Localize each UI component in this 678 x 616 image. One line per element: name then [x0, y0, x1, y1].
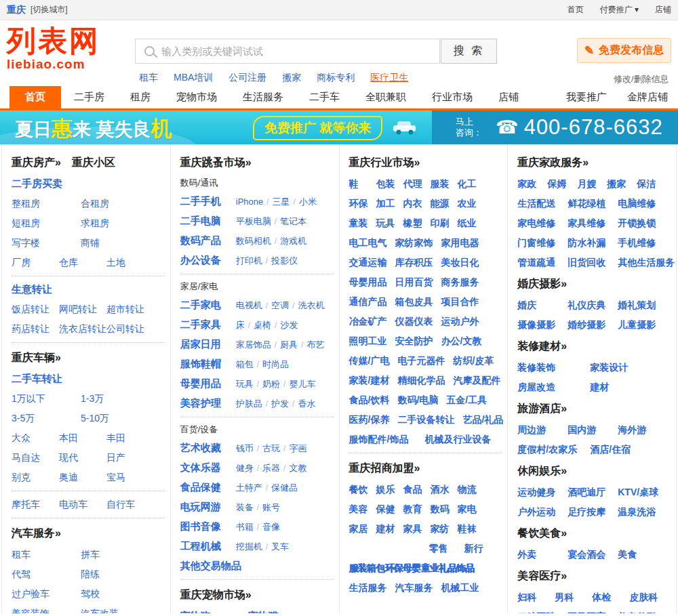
category-link[interactable]: 服装箱包: [349, 562, 384, 575]
category-link[interactable]: 洗衣店转让: [59, 323, 106, 335]
category-link[interactable]: 奥迪: [59, 472, 106, 484]
category-link[interactable]: 驾校: [81, 588, 150, 600]
category-link[interactable]: 汽车改装: [81, 608, 150, 614]
category-link[interactable]: 电工电气: [349, 237, 387, 249]
category-link[interactable]: 现代: [59, 452, 106, 464]
category-link[interactable]: 保姆: [547, 178, 567, 190]
category-link[interactable]: 建材: [376, 523, 395, 535]
section-header-link[interactable]: 休闲娱乐»: [517, 464, 567, 478]
category-link[interactable]: 宝马: [106, 472, 154, 484]
category-link[interactable]: 家电维修: [517, 218, 558, 230]
hot-link[interactable]: 搬家: [282, 72, 301, 84]
category-link[interactable]: 温泉洗浴: [618, 506, 658, 518]
category-link[interactable]: 家用电器: [441, 237, 479, 249]
lead-category-link[interactable]: 居家日用: [180, 338, 229, 351]
nav-item-行业市场[interactable]: 行业市场: [419, 86, 485, 108]
category-link[interactable]: 厂房: [12, 257, 59, 269]
sub-category-link[interactable]: 古玩: [262, 443, 280, 455]
category-link[interactable]: 美食: [618, 549, 658, 561]
category-link[interactable]: 食品/饮料: [349, 394, 390, 407]
category-link[interactable]: 机械工业: [441, 582, 479, 594]
category-link[interactable]: 鞋: [349, 178, 368, 190]
category-link[interactable]: 过户验车: [12, 588, 81, 600]
category-link[interactable]: 1万以下: [12, 393, 81, 405]
category-link[interactable]: 玩具: [376, 218, 395, 230]
sub-category-link[interactable]: 乐器: [262, 462, 280, 474]
section-header-link[interactable]: 重庆跳蚤市场»: [180, 156, 252, 170]
lead-category-link[interactable]: 美容护理: [180, 397, 229, 410]
category-link[interactable]: 男科: [555, 592, 582, 604]
category-link[interactable]: 户外运动: [517, 506, 558, 518]
category-link[interactable]: 服装: [431, 178, 450, 190]
category-link[interactable]: 周边游: [517, 424, 558, 436]
section-header-link[interactable]: 汽车服务»: [12, 527, 61, 541]
sub-category-link[interactable]: 厨具: [280, 339, 298, 351]
category-link[interactable]: 家装设计: [590, 362, 653, 374]
category-link[interactable]: 婚纱摄影: [567, 319, 608, 331]
lead-category-link[interactable]: 工程机械: [180, 540, 229, 553]
category-link[interactable]: 环保: [349, 198, 368, 210]
section-header-link[interactable]: 餐饮美食»: [517, 527, 567, 541]
category-link[interactable]: 能源: [431, 198, 450, 210]
category-link[interactable]: 大众: [12, 432, 59, 445]
category-link[interactable]: 二手设备转让: [397, 414, 454, 426]
category-link[interactable]: 求租房: [81, 218, 150, 230]
section-header-link[interactable]: 婚庆摄影»: [517, 277, 567, 291]
sub-category-link[interactable]: 沙发: [280, 319, 298, 331]
category-link[interactable]: 精细化学品: [397, 375, 445, 387]
category-link[interactable]: 度假村/农家乐: [517, 444, 580, 456]
nav-item-租房[interactable]: 租房: [117, 86, 163, 108]
category-link[interactable]: 娱乐: [376, 484, 395, 496]
lead-category-link[interactable]: 二手手机: [180, 195, 229, 208]
lead-category-link[interactable]: 服饰鞋帽: [180, 358, 229, 371]
category-link[interactable]: 鲜花绿植: [567, 198, 608, 210]
sub-category-link[interactable]: 钱币: [236, 443, 254, 455]
category-link[interactable]: 童业礼品饰品: [421, 562, 474, 575]
hot-link[interactable]: 医疗卫生: [370, 72, 408, 84]
topbar-link[interactable]: 首页: [567, 4, 584, 16]
category-link[interactable]: 合租房: [81, 198, 150, 210]
nav-right-item[interactable]: 我要推广: [556, 86, 617, 108]
category-link[interactable]: 家居: [349, 523, 368, 535]
category-link[interactable]: 公司转让: [106, 323, 154, 335]
category-link[interactable]: 传媒/广电: [349, 355, 390, 367]
sub-category-link[interactable]: 空调: [271, 300, 289, 312]
lead-category-link[interactable]: 二手车转让: [12, 373, 62, 386]
category-link[interactable]: 家具维修: [567, 218, 608, 230]
category-link[interactable]: 土地: [106, 257, 154, 269]
category-link[interactable]: 家纺家饰: [395, 237, 433, 249]
section-header-link[interactable]: 重庆小区: [72, 156, 115, 170]
lead-category-link[interactable]: 二手房买卖: [12, 178, 62, 190]
category-link[interactable]: 办公/文教: [441, 335, 482, 348]
category-link[interactable]: 其他生活服务: [618, 257, 671, 269]
sub-category-link[interactable]: 护发: [271, 398, 289, 410]
category-link[interactable]: 拼车: [81, 549, 150, 561]
category-link[interactable]: 教育: [403, 504, 422, 516]
category-link[interactable]: 运动健身: [517, 487, 558, 499]
category-link[interactable]: 包装: [376, 178, 395, 190]
section-header-link[interactable]: 重庆房产»: [12, 156, 61, 170]
sub-category-link[interactable]: 婴儿车: [289, 378, 315, 390]
sub-category-link[interactable]: 游戏机: [280, 235, 306, 247]
sub-category-link[interactable]: 文教: [289, 462, 306, 474]
sub-category-link[interactable]: 土特产: [236, 482, 262, 494]
category-link[interactable]: 数码/电脑: [397, 394, 438, 407]
sub-category-link[interactable]: 护肤品: [236, 398, 262, 410]
category-link[interactable]: 餐饮: [349, 484, 368, 496]
section-header-link[interactable]: 重庆车辆»: [12, 351, 61, 365]
category-link[interactable]: 别克: [12, 472, 59, 484]
category-link[interactable]: 农业: [458, 198, 477, 210]
lead-category-link[interactable]: 二手家电: [180, 299, 229, 312]
sub-category-link[interactable]: 数码相机: [236, 235, 271, 247]
category-link[interactable]: 商铺: [81, 237, 150, 249]
sub-category-link[interactable]: 投影仪: [271, 255, 298, 267]
section-header-link[interactable]: 重庆家政服务»: [517, 156, 589, 170]
category-link[interactable]: 五金/工具: [446, 394, 487, 407]
sub-category-link[interactable]: 洗衣机: [298, 300, 324, 312]
category-link[interactable]: 超市转让: [106, 304, 154, 316]
search-input[interactable]: [161, 45, 439, 57]
category-link[interactable]: 食品: [403, 484, 422, 496]
category-link[interactable]: 机械及行业设备: [424, 434, 491, 446]
category-link[interactable]: 海外游: [618, 424, 658, 436]
category-link[interactable]: 库存积压: [395, 257, 433, 269]
